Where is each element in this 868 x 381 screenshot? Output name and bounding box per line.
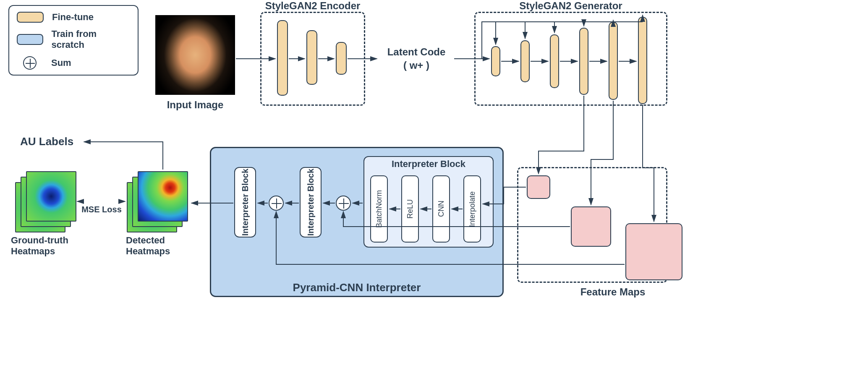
detected-heatmaps xyxy=(127,171,186,230)
legend-sum-text: Sum xyxy=(51,57,71,68)
sum-circle-2 xyxy=(269,196,284,211)
ground-truth-caption: Ground-truth Heatmaps xyxy=(11,235,86,257)
legend-row-finetune: Fine-tune xyxy=(17,12,130,23)
interpreter-block-3: Interpreter Block xyxy=(234,167,256,237)
sum-circle-1 xyxy=(336,196,351,211)
au-labels: AU Labels xyxy=(20,135,73,148)
input-image-placeholder xyxy=(155,15,235,95)
layer-cnn: CNN xyxy=(432,175,450,243)
swatch-finetune xyxy=(17,12,44,23)
layer-batchnorm: BatchNorm xyxy=(370,175,388,243)
encoder-bar-2 xyxy=(306,30,317,85)
feature-map-title: Feature Maps xyxy=(571,286,655,298)
generator-title: StyleGAN2 Generator xyxy=(474,0,667,12)
generator-bar-2 xyxy=(520,40,530,82)
latent-line2: ( w+ ) xyxy=(403,60,429,71)
heatmap-tile xyxy=(138,171,188,222)
latent-line1: Latent Code xyxy=(387,46,446,57)
feature-map-medium xyxy=(571,206,611,247)
interpreter-block-detail-title: Interpreter Block xyxy=(363,159,494,170)
generator-bar-3 xyxy=(550,34,559,88)
latent-code-label: Latent Code ( w+ ) xyxy=(379,45,454,73)
input-image-caption: Input Image xyxy=(155,99,235,111)
heatmap-tile xyxy=(26,171,76,222)
sum-icon xyxy=(23,56,37,70)
legend-finetune-text: Fine-tune xyxy=(52,12,94,23)
legend-row-scratch: Train from scratch xyxy=(17,29,130,50)
encoder-title: StyleGAN2 Encoder xyxy=(260,0,365,12)
feature-map-large xyxy=(625,223,682,280)
layer-relu: ReLU xyxy=(401,175,419,243)
legend-box: Fine-tune Train from scratch Sum xyxy=(8,5,139,76)
legend-scratch-text: Train from scratch xyxy=(52,29,130,50)
ground-truth-heatmaps xyxy=(15,171,74,230)
mse-loss-label: MSE Loss xyxy=(76,205,127,214)
legend-row-sum: Sum xyxy=(17,56,130,70)
generator-bar-4 xyxy=(579,28,588,95)
generator-bar-1 xyxy=(491,46,500,76)
encoder-bar-1 xyxy=(277,20,288,96)
encoder-bar-3 xyxy=(336,42,347,75)
generator-bar-5 xyxy=(609,22,618,100)
layer-interpolate: Interpolate xyxy=(463,175,481,243)
swatch-scratch xyxy=(17,34,43,45)
interpreter-title: Pyramid-CNN Interpreter xyxy=(210,281,504,294)
generator-bar-6 xyxy=(638,17,647,104)
feature-map-small xyxy=(527,175,550,199)
interpreter-block-2: Interpreter Block xyxy=(300,167,322,237)
detected-caption: Detected Heatmaps xyxy=(126,235,201,257)
